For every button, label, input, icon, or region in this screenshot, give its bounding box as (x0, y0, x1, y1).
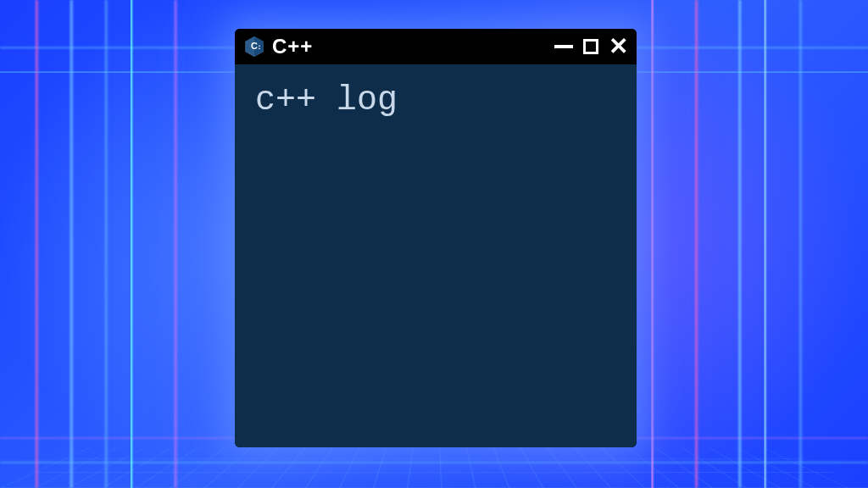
maximize-button[interactable] (581, 36, 601, 57)
close-button[interactable]: ✕ (608, 36, 628, 57)
floor-grid (0, 447, 868, 488)
terminal-window: C + + C++ ✕ c++ log (235, 29, 637, 447)
cpp-icon: C + + (243, 36, 265, 58)
svg-text:C: C (251, 41, 258, 51)
minimize-icon (554, 45, 573, 48)
window-controls: ✕ (554, 36, 628, 57)
terminal-output: c++ log (255, 81, 616, 119)
close-icon: ✕ (609, 35, 628, 58)
window-titlebar[interactable]: C + + C++ ✕ (235, 29, 637, 64)
minimize-button[interactable] (554, 36, 574, 57)
window-title: C++ (272, 35, 313, 58)
terminal-body[interactable]: c++ log (235, 64, 637, 447)
maximize-icon (583, 39, 598, 54)
